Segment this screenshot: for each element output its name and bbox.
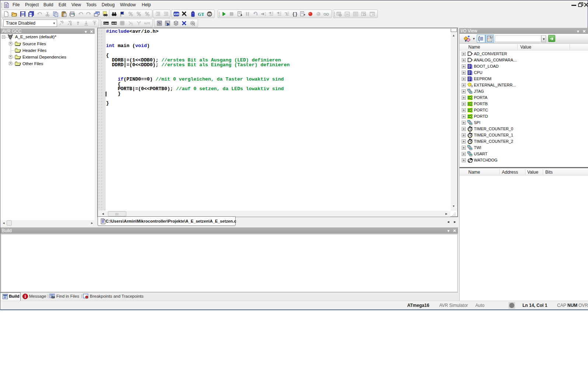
svg-text:E: E <box>131 24 133 26</box>
svg-text:AUTO: AUTO <box>144 22 150 25</box>
svg-text:2: 2 <box>140 21 141 24</box>
svg-text:{}: {} <box>292 12 297 17</box>
svg-text:AVR: AVR <box>174 13 179 15</box>
svg-text:GT: GT <box>198 11 204 17</box>
svg-text:AVR: AVR <box>112 22 117 24</box>
svg-text:ox: ox <box>346 13 349 15</box>
svg-text:T: T <box>77 23 78 25</box>
svg-text:Con: Con <box>103 22 108 24</box>
